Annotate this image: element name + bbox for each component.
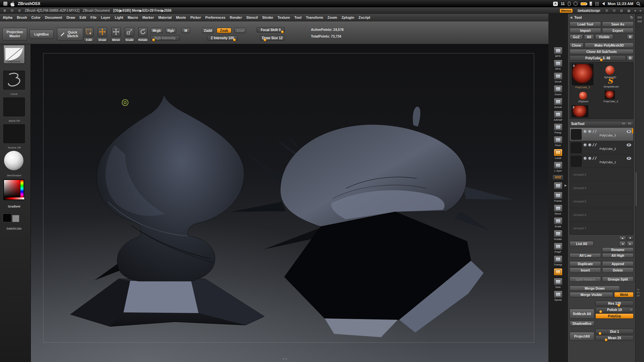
m-button[interactable]: M — [181, 28, 190, 33]
zoom-in-icon[interactable]: + — [605, 9, 609, 13]
menu-marker[interactable]: Marker — [143, 15, 154, 19]
menu-document[interactable]: Document — [45, 15, 62, 19]
toolbar-aahalf[interactable]: AAHalf — [551, 111, 566, 121]
subtool-down-button[interactable]: ▼ — [627, 236, 634, 240]
append-button[interactable]: Append — [602, 261, 634, 266]
groups-split-button[interactable]: Groups Split — [602, 277, 634, 282]
subtool-thumbnail[interactable] — [571, 142, 582, 153]
input-source-icon[interactable]: A — [553, 2, 558, 6]
rotate-mode-button[interactable] — [138, 27, 148, 37]
toolbar-local[interactable]: Local — [551, 149, 566, 160]
toolbar-transp[interactable]: Transp — [551, 255, 566, 266]
tool-thumb-polycube3-b[interactable] — [605, 90, 615, 99]
lightbox-button[interactable]: LightBox — [30, 29, 54, 39]
tool-thumb-polycube3[interactable]: 3 — [572, 64, 593, 85]
menu-movie[interactable]: Movie — [176, 15, 186, 19]
rename-button[interactable]: Rename — [602, 247, 634, 252]
insert-button[interactable]: Insert — [570, 267, 601, 273]
mrgb-button[interactable]: Mrgb — [150, 28, 163, 33]
toolbar-frame[interactable]: Frame — [551, 192, 566, 202]
menubar-app-name[interactable]: ZBrushOSX — [18, 1, 40, 6]
active-tool-slider[interactable]: PolyCube_3. 48 — [570, 55, 626, 61]
all-low-button[interactable]: All Low — [570, 253, 601, 258]
tool-thumb-zsphere[interactable] — [579, 92, 587, 100]
doc-layout-icon[interactable]: ▭ — [620, 9, 624, 13]
displays-icon[interactable] — [595, 2, 599, 6]
close-icon[interactable]: ✕ — [3, 9, 7, 13]
tool-thumb-sphere3d[interactable] — [605, 66, 614, 75]
uv-toggle-icon[interactable] — [588, 130, 591, 133]
subtool-section-header[interactable]: SubTool — [570, 121, 634, 126]
stroke-thumbnail[interactable] — [3, 71, 25, 89]
bluetooth-icon[interactable] — [590, 2, 592, 6]
toolbar-scale[interactable]: Scale — [551, 217, 566, 228]
projection-master-button[interactable]: Projection Master — [2, 28, 27, 41]
move-subtool-right-button[interactable]: ► — [627, 241, 634, 246]
pen-toggle-icon[interactable] — [595, 130, 597, 133]
app-grid-icon[interactable] — [3, 2, 7, 6]
texture-thumbnail[interactable] — [3, 124, 25, 143]
delete-button[interactable]: Delete — [602, 267, 634, 273]
scale-mode-button[interactable] — [125, 27, 134, 37]
toolbar-lsym[interactable]: L.Sym — [551, 162, 566, 172]
toolbar-xpose[interactable]: Xpose — [551, 291, 566, 301]
scroll-right-icon[interactable]: ► — [285, 357, 288, 360]
duplicate-button[interactable]: Duplicate — [570, 261, 601, 266]
list-all-button[interactable]: List All — [570, 241, 594, 246]
import-button[interactable]: Import — [570, 28, 601, 33]
default-zscript-button[interactable]: DefaultZScript — [576, 8, 601, 13]
edit-mode-button[interactable] — [84, 27, 94, 37]
subtool-options-icon[interactable] — [621, 122, 626, 125]
toolbar-radial-sym[interactable] — [551, 182, 566, 190]
scroll-left-icon[interactable]: ◄ — [282, 357, 285, 360]
split-hidden-button[interactable]: Split Hidden — [570, 277, 601, 282]
pen-toggle-icon[interactable] — [592, 143, 594, 146]
menu-brush[interactable]: Brush — [17, 15, 27, 19]
subtool-item-unused[interactable]: Unused 5 — [570, 195, 633, 208]
menu-texture[interactable]: Texture — [277, 15, 290, 19]
subtool-scrollbar[interactable] — [632, 128, 633, 133]
menu-zscript[interactable]: Zscript — [359, 15, 370, 19]
shadowbox-button[interactable]: ShadowBox — [570, 321, 594, 326]
gradient-label[interactable]: Gradient — [1, 205, 27, 208]
collapsed-palette-strip[interactable]: ry: ex pe — [635, 13, 644, 362]
menu-edit[interactable]: Edit — [79, 15, 86, 19]
battery-icon[interactable] — [581, 2, 587, 5]
visibility-eye-icon[interactable] — [627, 157, 631, 160]
tool-thumb-polycube3-c[interactable]: 3 — [572, 105, 588, 117]
subtool-thumbnail[interactable] — [571, 156, 582, 167]
toolbar-persp[interactable]: Persp — [551, 123, 566, 134]
move-mode-button[interactable] — [111, 27, 121, 37]
polish-slider[interactable]: Polish 10○ — [595, 307, 634, 312]
pen-toggle-icon[interactable] — [592, 130, 594, 133]
menu-transform[interactable]: Transform — [306, 15, 323, 19]
mouse-status-icon[interactable] — [568, 2, 571, 6]
goz-visible-button[interactable]: Visible — [595, 34, 613, 40]
window-prev-icon[interactable]: « — [634, 9, 636, 12]
toolbar-scroll[interactable]: Scroll — [551, 72, 566, 83]
polypaint-toggle-icon[interactable] — [584, 157, 587, 160]
goz-r-button[interactable]: R — [627, 34, 634, 40]
apple-menu-icon[interactable] — [10, 1, 15, 6]
gradient-bar[interactable] — [4, 197, 24, 199]
merge-visible-button[interactable]: Merge Visible — [570, 292, 613, 297]
pen-toggle-icon[interactable] — [595, 157, 597, 160]
hue-strip[interactable] — [20, 180, 23, 197]
draw-mode-button[interactable] — [98, 27, 107, 37]
window-next-icon[interactable]: » — [639, 9, 641, 12]
draw-size-slider[interactable]: Draw Size 12 — [260, 35, 285, 41]
toolbar-ghost[interactable] — [551, 268, 566, 276]
merge-down-button[interactable]: Merge Down — [570, 286, 620, 291]
menu-stroke[interactable]: Stroke — [262, 15, 273, 19]
menus-toggle-button[interactable]: Menus — [559, 8, 573, 13]
menu-material[interactable]: Material — [158, 15, 172, 19]
menu-light[interactable]: Light — [115, 15, 123, 19]
pen-toggle-icon[interactable] — [592, 157, 594, 160]
subtool-menu-icon[interactable] — [627, 122, 632, 125]
toolbar-bpr[interactable]: BPR — [551, 47, 566, 58]
doc-frame-icon[interactable]: ▤ — [627, 9, 631, 13]
res-slider[interactable]: Res 128 — [595, 301, 634, 306]
edge-icon[interactable] — [637, 20, 642, 23]
mean-slider[interactable]: Mean 25 — [595, 335, 634, 341]
tool-thumb-simplebrush[interactable]: S — [607, 76, 613, 85]
